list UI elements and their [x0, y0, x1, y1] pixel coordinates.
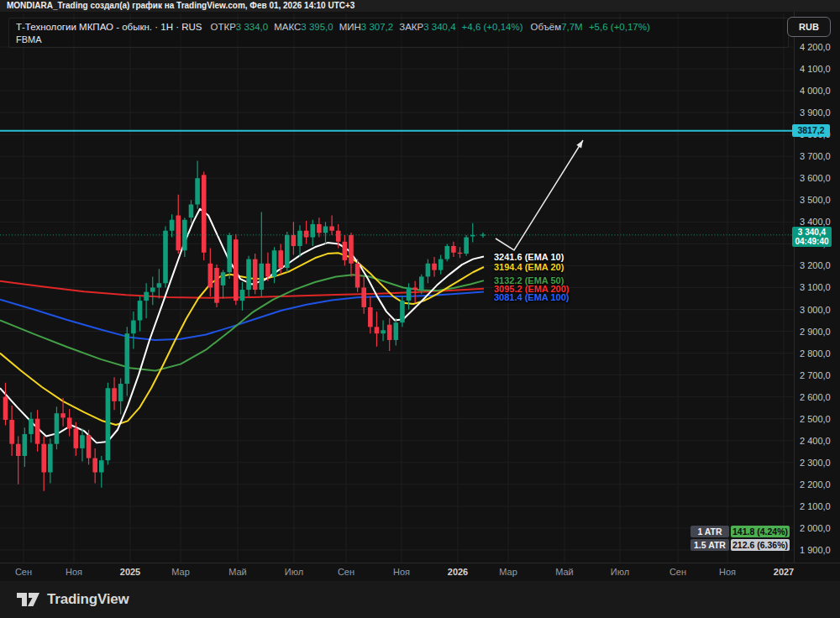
candle-body: [144, 292, 149, 301]
candle-body: [426, 264, 431, 277]
candle-body: [35, 419, 40, 444]
time-tick-label: Ноя: [393, 567, 410, 577]
atr-row-label: 1 ATR: [690, 526, 729, 537]
price-tick-label: 2 500,0: [800, 414, 831, 424]
candle-body: [349, 235, 354, 264]
time-tick-label: 2025: [120, 567, 140, 577]
candle-body: [214, 268, 219, 303]
price-tick-label: 3 400,0: [800, 217, 831, 227]
candle-body: [208, 264, 213, 288]
chart-pane: Т-Технологии МКПАО - обыкн. · 1Н · RUSОТ…: [0, 12, 840, 563]
time-tick-label: Сен: [669, 567, 686, 577]
candle-body: [368, 307, 373, 327]
ohlc-fields: ОТКР3 334,0МАКС3 395,0МИН3 307,2ЗАКР3 34…: [210, 22, 461, 32]
candle-body: [157, 283, 162, 287]
ohlc-field: ЗАКР3 340,4: [399, 22, 455, 32]
candle-body: [227, 235, 232, 272]
change-value: +4,6 (+0,14%): [462, 22, 523, 32]
price-tick-label: 2 100,0: [800, 501, 831, 511]
time-axis[interactable]: СенНоя2025МарМайИюлСенНоя2026МарМайИюлСе…: [0, 563, 840, 582]
ema-value-label: 3081.4 (EMA 100): [494, 292, 569, 302]
indicator-label[interactable]: FBMA: [16, 34, 781, 46]
candle-body: [41, 444, 46, 473]
candle-body: [419, 276, 424, 290]
candle-body: [234, 239, 239, 301]
candle-body: [3, 397, 8, 420]
price-tick-label: 3 500,0: [800, 195, 831, 205]
candle-body: [176, 216, 181, 251]
candle-body: [202, 175, 207, 252]
candle-body: [131, 321, 136, 334]
time-tick-label: Мар: [171, 567, 190, 577]
price-tick-label: 4 000,0: [800, 86, 831, 96]
volume-change: +5,6 (+0,17%): [589, 22, 650, 32]
candle-body: [55, 413, 60, 443]
candle-body: [336, 231, 341, 242]
candle-body: [265, 264, 270, 277]
price-tick-label: 3 900,0: [800, 107, 831, 118]
price-tick-label: 2 000,0: [800, 523, 831, 533]
candle-body: [92, 458, 97, 473]
candle-body: [278, 250, 283, 268]
candle-body: [189, 205, 194, 218]
candle-body: [16, 444, 21, 456]
candle-body: [291, 235, 297, 246]
atr-row-value: 141.8 (4.24%): [731, 526, 790, 537]
price-tick-label: 2 900,0: [800, 327, 831, 337]
time-tick-label: Ноя: [66, 567, 82, 577]
candle-body: [412, 287, 417, 290]
last-price-value: 3 340,4: [792, 228, 832, 237]
candle-body: [124, 333, 129, 384]
ohlc-field: ОТКР3 334,0: [210, 22, 268, 32]
candle-body: [80, 435, 85, 448]
currency-button[interactable]: RUB: [787, 17, 831, 37]
candle-body: [387, 325, 392, 340]
atr-row-value: 212.6 (6.36%): [731, 539, 790, 551]
candle-body: [394, 322, 399, 340]
symbol-title[interactable]: Т-Технологии МКПАО - обыкн. · 1Н · RUS: [16, 22, 202, 32]
candle-body: [323, 227, 328, 233]
last-price-badge: 3 340,4 04:49:40: [792, 227, 832, 247]
symbol-info-row: Т-Технологии МКПАО - обыкн. · 1Н · RUSОТ…: [16, 21, 781, 34]
candle-body: [118, 384, 123, 401]
time-tick-label: Сен: [338, 567, 354, 577]
price-tick-label: 2 400,0: [800, 436, 831, 446]
candle-body: [23, 434, 28, 456]
ohlc-field: МАКС3 395,0: [274, 22, 333, 32]
price-line-label[interactable]: 3817,2: [792, 124, 830, 137]
candle-body: [74, 428, 79, 448]
bottom-bar: TradingView: [0, 581, 840, 618]
candle-body: [138, 301, 143, 320]
time-tick-label: Июл: [285, 567, 303, 577]
ema-value-label: 3241.6 (EMA 10): [494, 252, 564, 262]
attribution-bar: MONDIARA_Trading создал(а) график на Tra…: [0, 0, 840, 12]
candle-body: [444, 246, 449, 259]
chart-canvas[interactable]: [0, 12, 794, 563]
candle-body: [9, 420, 14, 444]
time-tick-label: Май: [228, 567, 247, 577]
price-tick-label: 3 100,0: [800, 282, 831, 292]
candle-body: [451, 246, 456, 253]
atr-row-label: 1.5 ATR: [690, 539, 729, 551]
candle-body: [432, 264, 437, 270]
candle-body: [260, 264, 265, 290]
candle-body: [246, 259, 251, 290]
tradingview-logo[interactable]: TradingView: [15, 589, 129, 610]
price-tick-label: 4 200,0: [800, 42, 831, 52]
candle-body: [381, 330, 386, 333]
time-tick-label: Сен: [15, 567, 32, 577]
last-price-countdown: 04:49:40: [792, 237, 832, 246]
time-tick-label: 2027: [774, 567, 794, 577]
tradingview-chart-screenshot: MONDIARA_Trading создал(а) график на Tra…: [0, 0, 840, 618]
price-axis[interactable]: 4 200,04 100,04 000,03 900,03 800,03 700…: [794, 12, 840, 563]
candle-body: [361, 287, 366, 306]
candle-body: [329, 227, 334, 231]
attribution-text: MONDIARA_Trading создал(а) график на Tra…: [7, 1, 354, 10]
candle-body: [240, 290, 245, 301]
candle-body: [400, 301, 405, 322]
projection-arrow-head: [576, 140, 583, 148]
candle-body: [272, 250, 277, 276]
candle-body: [163, 231, 168, 284]
candle-body: [438, 259, 444, 270]
candle-body: [355, 264, 360, 288]
